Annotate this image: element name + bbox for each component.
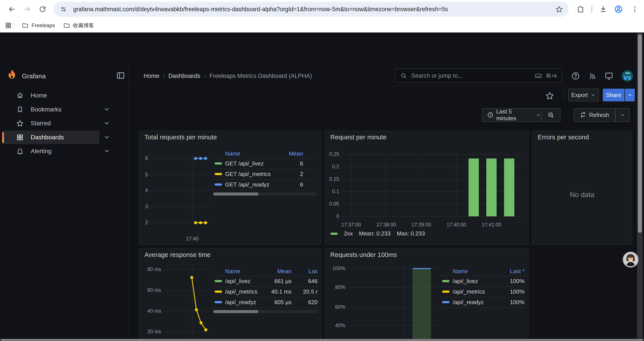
share-button[interactable]: Share	[603, 89, 624, 101]
floating-assistant-avatar[interactable]	[622, 251, 639, 268]
series-mean: Mean: 0.233	[359, 230, 390, 237]
series-name[interactable]: GET /api/_livez	[225, 160, 264, 167]
kebab-menu-icon	[631, 6, 638, 13]
browser-profile-button[interactable]	[612, 3, 625, 16]
series-color-chip[interactable]	[214, 183, 222, 186]
axis-tick-label: 3	[139, 204, 148, 210]
axis-tick-label: 0	[325, 213, 339, 219]
series-color-chip[interactable]	[442, 301, 450, 303]
panel-average-response-time[interactable]: Average response time 80 ms60 ms40 ms20 …	[139, 248, 321, 341]
axis-tick-label: 100%	[325, 265, 345, 271]
bookmarks-bar: Freeleaps 收藏博客	[0, 19, 644, 33]
header-divider	[0, 86, 644, 86]
breadcrumb-home[interactable]: Home	[144, 73, 159, 80]
toolbar-separator	[592, 5, 592, 13]
legend-column-mean[interactable]: Mean	[289, 150, 303, 157]
toolbar-divider	[564, 90, 564, 100]
help-button[interactable]	[570, 70, 581, 82]
url-text[interactable]: grafana.mathmast.com/d/deytv4rwavabkb/fr…	[73, 6, 550, 13]
requests-under-100ms-chart[interactable]	[325, 249, 528, 341]
sidebar-item-alerting[interactable]: Alerting	[2, 144, 99, 158]
kiosk-mode-button[interactable]	[603, 70, 615, 82]
series-color-chip[interactable]	[214, 290, 222, 293]
series-name[interactable]: /api/_metrics	[453, 288, 485, 295]
favorite-dashboard-button[interactable]	[544, 90, 556, 101]
home-icon	[16, 92, 24, 99]
legend-separator	[213, 307, 318, 308]
legend-scrollbar[interactable]	[213, 192, 317, 195]
extensions-button[interactable]	[574, 3, 587, 16]
series-name[interactable]: /api/_readyz	[225, 299, 256, 306]
series-name[interactable]: /api/_livez	[453, 278, 478, 285]
breadcrumb: Home › Dashboards › Freeleaps Metrics Da…	[144, 72, 312, 80]
refresh-interval-button[interactable]	[615, 108, 630, 122]
axis-tick-label: 0.05	[325, 201, 339, 207]
search-input[interactable]: Search or jump to... ⌘+k	[394, 69, 562, 83]
sidebar-item-home[interactable]: Home	[2, 89, 99, 102]
series-name[interactable]: /api/_livez	[225, 278, 250, 285]
user-avatar[interactable]	[621, 70, 634, 82]
horizontal-scrollbar-thumb[interactable]	[1, 339, 643, 341]
legend-column-mean[interactable]: Mean	[277, 268, 292, 275]
series-name[interactable]: GET /api/_metrics	[225, 171, 271, 178]
series-color-chip[interactable]	[214, 173, 222, 175]
site-settings-icon[interactable]	[60, 6, 67, 13]
chevron-down-icon[interactable]	[103, 119, 111, 127]
browser-back-button[interactable]	[5, 3, 18, 16]
chevron-down-icon[interactable]	[103, 147, 111, 155]
legend-column-last[interactable]: Last *	[510, 268, 525, 275]
sidebar-item-bookmarks[interactable]: Bookmarks	[2, 103, 99, 116]
panel-total-requests-per-minute[interactable]: Total requests per minute 6543217:40Name…	[139, 131, 321, 245]
breadcrumb-dashboards[interactable]: Dashboards	[168, 73, 200, 80]
export-button[interactable]: Export	[568, 89, 599, 101]
series-name[interactable]: GET /api/_readyz	[225, 181, 270, 188]
browser-reload-button[interactable]	[36, 3, 49, 16]
address-bar[interactable]: grafana.mathmast.com/d/deytv4rwavabkb/fr…	[54, 2, 568, 17]
share-menu-button[interactable]	[625, 89, 635, 101]
apps-grid-icon[interactable]	[5, 22, 12, 29]
sidebar-item-starred[interactable]: Starred	[2, 117, 99, 130]
panel-errors-per-second[interactable]: Errors per second No data	[532, 131, 632, 245]
browser-menu-button[interactable]	[628, 3, 641, 16]
mega-menu-toggle[interactable]	[116, 71, 126, 80]
share-label: Share	[606, 92, 621, 99]
series-color-chip[interactable]	[214, 162, 222, 165]
legend-inline: 2xxMean: 0.233Max: 0.233	[330, 230, 425, 237]
sidebar-item-label: Dashboards	[31, 134, 64, 141]
zoom-out-time-button[interactable]	[542, 108, 560, 122]
news-feed-button[interactable]	[587, 70, 598, 82]
bookmark-icon	[16, 106, 24, 113]
series-color-chip[interactable]	[442, 280, 450, 282]
series-color-chip[interactable]	[330, 233, 338, 235]
panel-requests-under-100ms[interactable]: Requests under 100ms 100%80%60%40%20%0%1…	[325, 248, 529, 341]
bookmark-folder-blogs[interactable]: 收藏博客	[60, 20, 98, 31]
legend-scrollbar[interactable]	[213, 310, 318, 313]
series-color-chip[interactable]	[442, 290, 450, 293]
panel-request-per-minute[interactable]: Request per minute 0.250.20.150.10.05017…	[325, 131, 529, 245]
series-color-chip[interactable]	[214, 301, 222, 303]
downloads-button[interactable]	[597, 3, 610, 16]
panel-title[interactable]: Errors per second	[538, 134, 589, 141]
time-range-picker[interactable]: Last 5 minutes	[482, 108, 542, 122]
series-name[interactable]: /api/_metrics	[225, 288, 257, 295]
chevron-down-icon[interactable]	[103, 133, 111, 141]
export-label: Export	[571, 92, 588, 99]
grafana-logo[interactable]	[6, 69, 18, 82]
vertical-scrollbar-thumb[interactable]	[638, 34, 642, 233]
legend-column-las[interactable]: Las	[308, 268, 318, 275]
axis-tick-label: 80 ms	[139, 266, 161, 272]
series-color-chip[interactable]	[214, 280, 222, 282]
chevron-down-icon[interactable]	[103, 106, 111, 113]
bookmark-folder-freeleaps[interactable]: Freeleaps	[18, 21, 58, 31]
series-name[interactable]: 2xx	[344, 230, 353, 237]
browser-forward-button[interactable]	[20, 3, 34, 16]
axis-tick-label: 5	[139, 172, 148, 178]
legend-column-name[interactable]: Name	[225, 150, 240, 157]
axis-tick-label: 17:40	[175, 236, 210, 242]
sidebar-item-dashboards[interactable]: Dashboards	[2, 131, 99, 144]
refresh-button[interactable]: Refresh	[574, 108, 615, 122]
legend-column-name[interactable]: Name	[453, 268, 468, 275]
series-name[interactable]: /api/_readyz	[453, 299, 484, 306]
bookmark-star-icon[interactable]	[556, 6, 563, 13]
legend-column-name[interactable]: Name	[225, 268, 240, 275]
